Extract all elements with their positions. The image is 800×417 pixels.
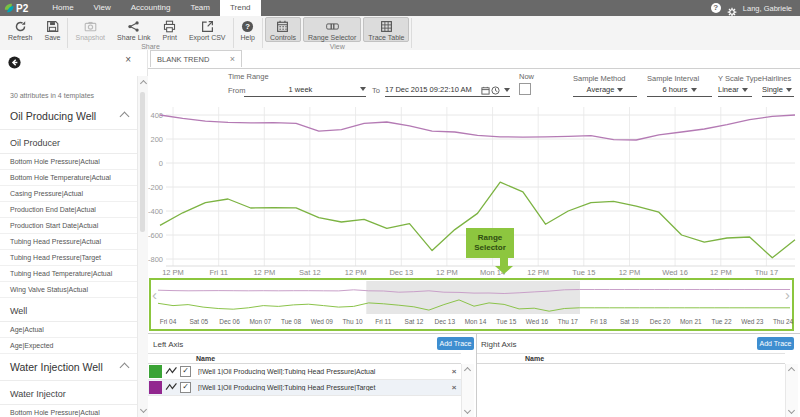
help-button[interactable]: ?Help: [236, 17, 260, 42]
trace-table-button[interactable]: Trace Table: [363, 17, 409, 42]
remove-trace-icon[interactable]: ×: [447, 367, 461, 376]
sidebar-item[interactable]: Bottom Hole Pressure|Actual: [0, 405, 138, 417]
sidebar-item[interactable]: Tubing Head Pressure|Actual: [0, 234, 138, 250]
range-selector-button[interactable]: Range Selector: [303, 17, 361, 42]
topbar-tab-home[interactable]: Home: [42, 0, 83, 16]
chevron-up-icon: [120, 362, 130, 372]
share-link-label: Share Link: [117, 34, 150, 41]
pan-right-icon[interactable]: ›: [785, 286, 790, 303]
calendar-icon[interactable]: [481, 85, 490, 100]
gear-icon[interactable]: [727, 3, 737, 13]
topbar-right: ? Lang, Gabriele: [711, 3, 792, 13]
range-tick-label: Sat 19: [614, 318, 644, 325]
topbar-tab-team[interactable]: Team: [180, 0, 220, 16]
pan-left-icon[interactable]: ‹: [152, 286, 157, 303]
sidebar-item[interactable]: Bottom Hole Temperature|Actual: [0, 170, 138, 186]
now-checkbox[interactable]: [519, 83, 531, 95]
range-tick-label: Fri 04: [153, 318, 183, 325]
remove-trace-icon[interactable]: ×: [447, 383, 461, 392]
chevron-down-icon: [786, 88, 792, 92]
help-icon: ?: [241, 20, 254, 33]
svg-text:12 PM: 12 PM: [162, 268, 184, 277]
trace-visibility-checkbox[interactable]: ✓: [180, 366, 191, 377]
topbar-tab-view[interactable]: View: [84, 0, 121, 16]
ribbon-separator: [411, 18, 412, 48]
sidebar-item[interactable]: Wing Valve Status|Actual: [0, 282, 138, 298]
scrollbar-thumb[interactable]: [140, 92, 145, 232]
close-tab-icon[interactable]: ×: [230, 54, 235, 64]
sidebar-item[interactable]: Age|Actual: [0, 322, 138, 338]
sidebar-item[interactable]: Production Start Date|Actual: [0, 218, 138, 234]
save-label: Save: [45, 34, 61, 41]
tab-blank-trend[interactable]: BLANK TREND ×: [150, 50, 242, 67]
callout-text: Range Selector: [466, 233, 514, 253]
trace-row[interactable]: ✓[!Well 1|Oil Producing Well]:Tubing Hea…: [148, 380, 461, 396]
ribbon-separator: [233, 18, 234, 48]
range-selector-chart[interactable]: [151, 280, 790, 316]
sidebar-scroll: 30 attributes in 4 templatesOil Producin…: [0, 76, 139, 417]
sidebar-group-title: Oil Producer: [0, 130, 138, 154]
sidebar-group-title: Well: [0, 298, 138, 322]
topbar-tab-accounting[interactable]: Accounting: [121, 0, 181, 16]
range-selector-strip[interactable]: Fri 04Sat 05Dec 06Mon 07Tue 08Wed 09Thu …: [149, 278, 794, 331]
help-icon[interactable]: ?: [711, 3, 721, 13]
sidebar-scrollbar[interactable]: [137, 76, 148, 417]
scroll-up-icon[interactable]: [464, 367, 471, 374]
to-datetime-field[interactable]: 17 Dec 2015 09:22:10 AM: [385, 82, 510, 97]
close-sidebar-icon[interactable]: ×: [125, 54, 131, 65]
name-column-header: Name: [196, 355, 215, 362]
name-column-header: Name: [525, 355, 544, 362]
share-link-button[interactable]: Share Link: [112, 17, 155, 42]
attribute-sidebar: × 30 attributes in 4 templatesOil Produc…: [0, 50, 148, 417]
add-trace-button-right[interactable]: Add Trace: [757, 337, 794, 350]
save-button[interactable]: Save: [40, 17, 66, 42]
chevron-up-icon: [120, 111, 130, 121]
scroll-down-icon[interactable]: [464, 407, 471, 414]
from-select[interactable]: 1 week: [244, 82, 366, 97]
export-csv-button[interactable]: Export CSV: [184, 17, 231, 42]
svg-text:Sat 12: Sat 12: [299, 268, 321, 277]
left-table-scrollbar[interactable]: [461, 364, 474, 417]
sample-method-select[interactable]: Average: [573, 82, 637, 97]
scroll-up-icon[interactable]: [140, 80, 147, 87]
print-label: Print: [163, 34, 177, 41]
left-axis-label: Left Axis: [153, 340, 183, 349]
panel-divider: [476, 334, 477, 417]
right-table-scrollbar[interactable]: [785, 364, 798, 417]
trace-row[interactable]: ✓[!Well 1|Oil Producing Well]:Tubing Hea…: [148, 364, 461, 380]
scroll-down-icon[interactable]: [788, 407, 795, 414]
hairlines-select[interactable]: Single: [762, 82, 794, 97]
clock-icon[interactable]: [491, 85, 500, 100]
export-csv-label: Export CSV: [189, 34, 226, 41]
sidebar-item[interactable]: Tubing Head Pressure|Target: [0, 250, 138, 266]
top-menu-bar: P2 HomeViewAccountingTeamTrend ? Lang, G…: [0, 0, 800, 16]
trace-table-panel: Left Axis Add Trace Name ✓[!Well 1|Oil P…: [148, 333, 800, 417]
back-icon[interactable]: [8, 55, 21, 68]
trace-visibility-checkbox[interactable]: ✓: [180, 382, 191, 393]
controls-button[interactable]: Controls: [265, 17, 301, 42]
sidebar-item[interactable]: Casing Pressure|Actual: [0, 186, 138, 202]
refresh-button[interactable]: Refresh: [3, 17, 38, 42]
sidebar-item[interactable]: Tubing Head Temperature|Actual: [0, 266, 138, 282]
refresh-icon: [14, 20, 27, 33]
sidebar-item[interactable]: Production End Date|Actual: [0, 202, 138, 218]
user-name[interactable]: Lang, Gabriele: [743, 4, 792, 13]
print-button[interactable]: Print: [158, 17, 182, 42]
svg-text:12 PM: 12 PM: [527, 268, 549, 277]
y-scale-type-select[interactable]: Linear: [718, 82, 752, 97]
line-style-icon: [165, 382, 180, 393]
sidebar-section-header[interactable]: Water Injection Well: [0, 354, 138, 381]
sidebar-section-header[interactable]: Oil Producing Well: [0, 103, 138, 130]
sidebar-item[interactable]: Bottom Hole Pressure|Actual: [0, 154, 138, 170]
add-trace-button-left[interactable]: Add Trace: [437, 337, 474, 350]
range-tick-label: Thu 17: [553, 318, 583, 325]
sidebar-item[interactable]: Age|Expected: [0, 338, 138, 354]
sample-interval-select[interactable]: 6 hours: [647, 82, 712, 97]
ribbon-group: ?Help: [235, 16, 261, 50]
range-selector-label: Range Selector: [308, 34, 356, 41]
scroll-up-icon[interactable]: [788, 367, 795, 374]
tab-title: BLANK TREND: [157, 55, 230, 64]
range-tick-label: Sat 12: [399, 318, 429, 325]
topbar-tab-trend[interactable]: Trend: [220, 0, 261, 16]
scroll-down-icon[interactable]: [140, 406, 147, 413]
